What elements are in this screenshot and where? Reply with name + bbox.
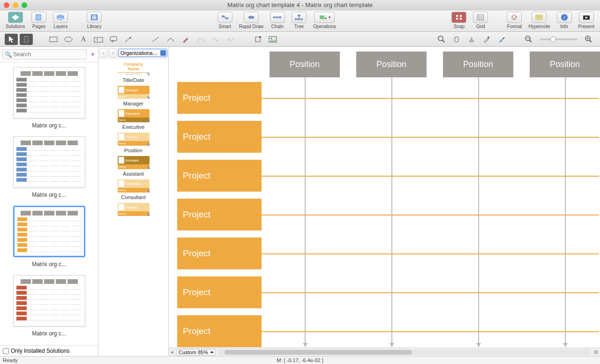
- brush-tool[interactable]: [495, 34, 508, 45]
- only-installed-checkbox[interactable]: [3, 348, 9, 354]
- lib-item-titledate[interactable]: Company Name10 Dec 2014⬊Title/Date: [100, 62, 166, 83]
- pointer-tool[interactable]: [5, 34, 18, 45]
- chain-button[interactable]: Chain: [267, 12, 288, 29]
- present-button[interactable]: Present: [576, 12, 597, 29]
- lib-back[interactable]: ‹: [99, 48, 108, 58]
- svg-point-35: [515, 16, 517, 18]
- rapid-draw-button[interactable]: Rapid Draw: [236, 12, 266, 29]
- zoom-selector[interactable]: Custom 85%: [176, 349, 215, 356]
- template-thumb[interactable]: [13, 136, 85, 188]
- solutions-button[interactable]: Solutions: [3, 12, 28, 29]
- tree-button[interactable]: Tree: [289, 12, 309, 29]
- template-thumb[interactable]: [13, 206, 85, 257]
- svg-rect-25: [460, 15, 462, 17]
- project-row[interactable]: Project: [177, 238, 262, 269]
- hand-tool[interactable]: [450, 34, 463, 45]
- only-installed-label: Only Installed Solutions: [11, 348, 69, 354]
- lib-item-consultant[interactable]: ConsultantName⬊Consultant: [100, 179, 166, 200]
- lib-item-manager[interactable]: ManagerName⬊Manager: [100, 86, 166, 106]
- project-row[interactable]: Project: [177, 121, 262, 153]
- window-minimize[interactable]: [13, 2, 18, 8]
- project-row[interactable]: Project: [177, 199, 262, 230]
- stamp-tool[interactable]: [465, 34, 478, 45]
- svg-line-60: [442, 40, 444, 42]
- ellipse-tool[interactable]: [62, 34, 75, 45]
- svg-marker-23: [325, 17, 326, 20]
- format-button[interactable]: Format: [504, 12, 525, 29]
- textbox-tool[interactable]: T: [92, 34, 105, 45]
- eyedropper-tool[interactable]: [480, 34, 493, 45]
- template-thumb[interactable]: [13, 67, 85, 119]
- arrow-tool[interactable]: [122, 34, 135, 45]
- horizontal-connector: [262, 331, 599, 332]
- lib-forward[interactable]: ›: [109, 48, 117, 58]
- vertical-connector: [305, 77, 306, 347]
- svg-rect-7: [92, 18, 97, 19]
- window-close[interactable]: [4, 2, 9, 8]
- library-button[interactable]: Library: [84, 12, 105, 29]
- library-selector[interactable]: Organizationa...: [118, 49, 167, 57]
- line-tool[interactable]: [149, 34, 162, 45]
- window-zoom[interactable]: [22, 2, 27, 8]
- position-header[interactable]: Position: [356, 52, 427, 77]
- info-button[interactable]: i Info: [554, 12, 575, 29]
- zoom-slider[interactable]: [540, 38, 578, 40]
- operations-button[interactable]: ▾ Operations: [310, 12, 339, 29]
- template-thumb-label: Matrix org c...: [32, 122, 66, 129]
- spline-tool[interactable]: [209, 34, 222, 45]
- grid-button[interactable]: Grid: [470, 12, 491, 29]
- snap-button[interactable]: Snap: [449, 12, 469, 29]
- svg-rect-26: [456, 18, 458, 20]
- text-tool[interactable]: A: [77, 34, 90, 45]
- pages-button[interactable]: Pages: [29, 12, 49, 29]
- zoom-in[interactable]: [582, 34, 595, 45]
- rectangle-tool[interactable]: [47, 34, 60, 45]
- project-row[interactable]: Project: [177, 315, 262, 347]
- svg-point-56: [259, 36, 261, 38]
- horizontal-connector: [262, 292, 599, 293]
- svg-line-67: [530, 40, 532, 42]
- zoom-tool[interactable]: [435, 34, 448, 45]
- window-title: Matrix org chart template 4 - Matrix org…: [0, 1, 600, 8]
- crop-tool[interactable]: [251, 34, 264, 45]
- svg-line-71: [590, 40, 592, 42]
- template-thumb[interactable]: [13, 275, 85, 327]
- vertical-connector: [565, 77, 566, 347]
- svg-rect-9: [225, 17, 228, 19]
- lib-item-assistant[interactable]: AssistantName⬊Assistant: [100, 156, 166, 177]
- layers-button[interactable]: Layers: [50, 12, 71, 29]
- curve-tool[interactable]: [164, 34, 177, 45]
- vertical-connector: [478, 77, 479, 347]
- svg-rect-18: [295, 18, 297, 20]
- lib-item-vacancy[interactable]: VacancyName⬊: [100, 203, 166, 216]
- canvas[interactable]: PositionPositionPositionPositionProjectP…: [169, 47, 600, 348]
- image-tool[interactable]: [266, 34, 279, 45]
- bezier-tool[interactable]: [194, 34, 207, 45]
- svg-rect-8: [222, 15, 225, 17]
- favorites-icon[interactable]: ✦: [90, 51, 96, 58]
- svg-rect-27: [460, 18, 462, 20]
- search-input[interactable]: [2, 49, 87, 59]
- position-header[interactable]: Position: [270, 52, 340, 77]
- smart-button[interactable]: Smart: [215, 12, 235, 29]
- freehand-tool[interactable]: [224, 34, 237, 45]
- hypernote-button[interactable]: Hypernote: [525, 12, 553, 29]
- main-toolbar: Solutions Pages Layers Library Smart Rap…: [0, 10, 600, 32]
- position-header[interactable]: Position: [530, 52, 600, 77]
- project-row[interactable]: Project: [177, 276, 262, 308]
- vertical-connector: [391, 77, 392, 347]
- svg-rect-6: [92, 17, 97, 18]
- svg-marker-0: [12, 15, 19, 20]
- lib-item-position[interactable]: PositionName⬊Position: [100, 133, 166, 153]
- zoom-out[interactable]: [522, 34, 535, 45]
- hscrollbar[interactable]: [218, 349, 591, 355]
- callout-tool[interactable]: [107, 34, 120, 45]
- svg-line-64: [502, 37, 504, 39]
- project-row[interactable]: Project: [177, 82, 262, 114]
- position-header[interactable]: Position: [443, 52, 513, 77]
- project-row[interactable]: Project: [177, 160, 262, 192]
- text-cursor-tool[interactable]: [20, 34, 33, 45]
- shape-toolbar: A T: [0, 32, 600, 47]
- pen-tool[interactable]: [179, 34, 192, 45]
- lib-item-executive[interactable]: ExecutiveName⬊Executive: [100, 109, 166, 130]
